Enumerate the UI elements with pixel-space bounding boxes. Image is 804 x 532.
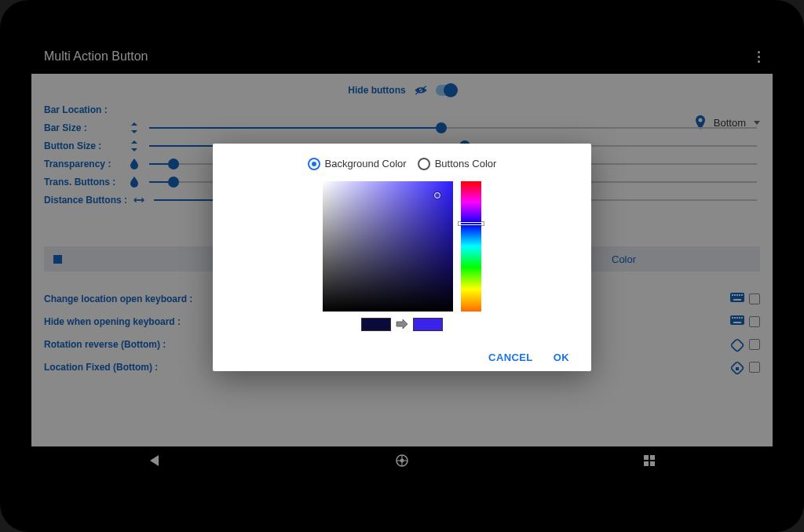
hue-cursor-icon <box>459 222 484 225</box>
sv-cursor-icon <box>434 192 440 199</box>
radio-background-color[interactable]: Background Color <box>308 158 407 170</box>
dialog-actions: CANCEL OK <box>230 348 574 363</box>
radio-btn-label: Buttons Color <box>435 158 497 169</box>
hue-slider[interactable] <box>461 181 481 312</box>
new-color-swatch <box>413 318 443 331</box>
app-screen: Multi Action Button Hide buttons Bottom <box>31 39 773 475</box>
color-compare-swatches <box>230 318 574 331</box>
old-color-swatch <box>361 318 391 331</box>
saturation-value-picker[interactable] <box>323 181 453 312</box>
radio-buttons-color[interactable]: Buttons Color <box>418 158 497 170</box>
color-target-radios: Background Color Buttons Color <box>230 158 574 170</box>
ok-button[interactable]: OK <box>554 352 569 363</box>
tablet-frame: Multi Action Button Hide buttons Bottom <box>0 0 804 532</box>
radio-selected-icon <box>308 158 320 170</box>
arrow-right-icon <box>396 319 408 330</box>
cancel-button[interactable]: CANCEL <box>488 352 533 363</box>
color-picker-area <box>230 181 574 312</box>
color-picker-dialog: Background Color Buttons Color <box>213 144 591 371</box>
radio-unselected-icon <box>418 158 430 170</box>
radio-bg-label: Background Color <box>325 158 407 169</box>
